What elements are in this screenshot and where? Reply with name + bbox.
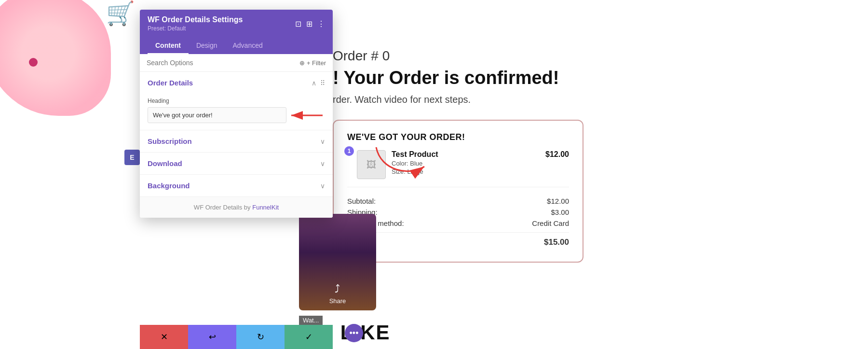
bottom-toolbar: ✕ ↩ ↻ ✓ xyxy=(140,325,333,349)
fullscreen-icon[interactable]: ⊡ xyxy=(295,19,301,28)
decorative-dot xyxy=(29,58,38,67)
redo-icon: ↻ xyxy=(257,332,264,342)
payment-row: Payment method: Credit Card xyxy=(347,219,569,227)
grid-icon[interactable]: ⊞ xyxy=(306,19,312,28)
subtotal-value: $12.00 xyxy=(547,197,569,205)
heading-arrow xyxy=(286,108,325,123)
filter-button[interactable]: ⊕ + Filter xyxy=(299,59,326,67)
section-order-details-header[interactable]: Order Details ∧ ⠿ xyxy=(140,72,333,94)
section-order-details-label: Order Details xyxy=(148,79,193,87)
footer-link[interactable]: FunnelKit xyxy=(252,204,279,211)
tab-content[interactable]: Content xyxy=(148,38,189,54)
panel-tabs: Content Design Advanced xyxy=(140,38,333,54)
panel-title-area: WF Order Details Settings Preset: Defaul… xyxy=(148,15,243,32)
heading-area: Heading xyxy=(140,94,333,130)
more-options-icon[interactable]: ⋮ xyxy=(317,19,325,28)
product-quantity-badge: 1 xyxy=(344,146,354,156)
tab-design[interactable]: Design xyxy=(189,38,225,54)
heading-input-wrapper xyxy=(148,107,286,123)
divi-element-icon[interactable]: E xyxy=(124,150,140,165)
panel-header-icons: ⊡ ⊞ ⋮ xyxy=(295,19,325,28)
drag-icon: ⠿ xyxy=(320,79,325,87)
settings-panel: WF Order Details Settings Preset: Defaul… xyxy=(140,10,333,218)
heading-input[interactable] xyxy=(148,107,286,123)
total-value: $15.00 xyxy=(544,237,569,247)
chevron-up-icon: ∧ xyxy=(312,79,316,87)
subtotal-label: Subtotal: xyxy=(347,197,376,205)
panel-header: WF Order Details Settings Preset: Defaul… xyxy=(140,10,333,38)
undo-button[interactable]: ↩ xyxy=(188,325,236,349)
section-background-header[interactable]: Background ∨ xyxy=(140,175,333,196)
section-subscription: Subscription ∨ xyxy=(140,130,333,153)
panel-search-bar: ⊕ + Filter xyxy=(140,54,333,72)
section-order-details: Order Details ∧ ⠿ Heading xyxy=(140,72,333,130)
filter-icon: ⊕ xyxy=(299,59,305,67)
filter-label: + Filter xyxy=(307,59,326,67)
search-input[interactable] xyxy=(147,59,299,67)
section-order-details-icons: ∧ ⠿ xyxy=(312,79,325,87)
floating-menu-button[interactable]: ••• xyxy=(345,324,363,342)
section-download-label: Download xyxy=(148,159,182,168)
payment-value: Credit Card xyxy=(532,219,569,227)
undo-icon: ↩ xyxy=(209,332,216,342)
cancel-icon: ✕ xyxy=(161,332,168,342)
save-icon: ✓ xyxy=(305,332,312,342)
dots-icon: ••• xyxy=(350,328,359,338)
section-subscription-icons: ∨ xyxy=(320,138,325,145)
share-icon: ⤴ xyxy=(329,283,346,295)
redo-button[interactable]: ↻ xyxy=(236,325,285,349)
panel-preset: Preset: Default xyxy=(148,25,243,32)
chevron-down-icon-bg: ∨ xyxy=(320,182,325,190)
order-subtitle: rder. Watch video for next steps. xyxy=(333,94,849,105)
save-button[interactable]: ✓ xyxy=(285,325,333,349)
video-thumbnail: ⤴ Share xyxy=(299,214,376,310)
section-download-header[interactable]: Download ∨ xyxy=(140,153,333,174)
section-background-icons: ∨ xyxy=(320,182,325,190)
share-button[interactable]: ⤴ Share xyxy=(329,283,346,305)
section-download-icons: ∨ xyxy=(320,160,325,168)
tab-advanced[interactable]: Advanced xyxy=(225,38,270,54)
heading-row xyxy=(148,107,325,123)
section-download: Download ∨ xyxy=(140,153,333,175)
panel-footer: WF Order Details by FunnelKit xyxy=(140,197,333,218)
chevron-down-icon-download: ∨ xyxy=(320,160,325,168)
arrow-to-card xyxy=(371,142,429,183)
panel-title: WF Order Details Settings xyxy=(148,15,243,24)
shipping-row: Shipping: $3.00 xyxy=(347,208,569,216)
decorative-blob xyxy=(0,0,111,116)
footer-text: WF Order Details by xyxy=(194,204,252,211)
order-number: Order # 0 xyxy=(333,48,849,64)
section-background: Background ∨ xyxy=(140,175,333,197)
subtotal-row: Subtotal: $12.00 xyxy=(347,197,569,205)
cancel-button[interactable]: ✕ xyxy=(140,325,188,349)
total-row: Total: $15.00 xyxy=(347,232,569,247)
order-card-title: WE'VE GOT YOUR ORDER! xyxy=(347,132,569,142)
section-subscription-label: Subscription xyxy=(148,137,192,145)
shipping-value: $3.00 xyxy=(551,208,569,216)
share-label: Share xyxy=(329,297,346,305)
cart-icon: 🛒 xyxy=(106,0,135,27)
section-background-label: Background xyxy=(148,181,190,190)
product-price: $12.00 xyxy=(545,150,569,159)
heading-field-label: Heading xyxy=(148,98,325,104)
chevron-down-icon: ∨ xyxy=(320,138,325,145)
order-confirmed-title: ! Your Order is confirmed! xyxy=(333,68,849,88)
section-subscription-header[interactable]: Subscription ∨ xyxy=(140,130,333,152)
